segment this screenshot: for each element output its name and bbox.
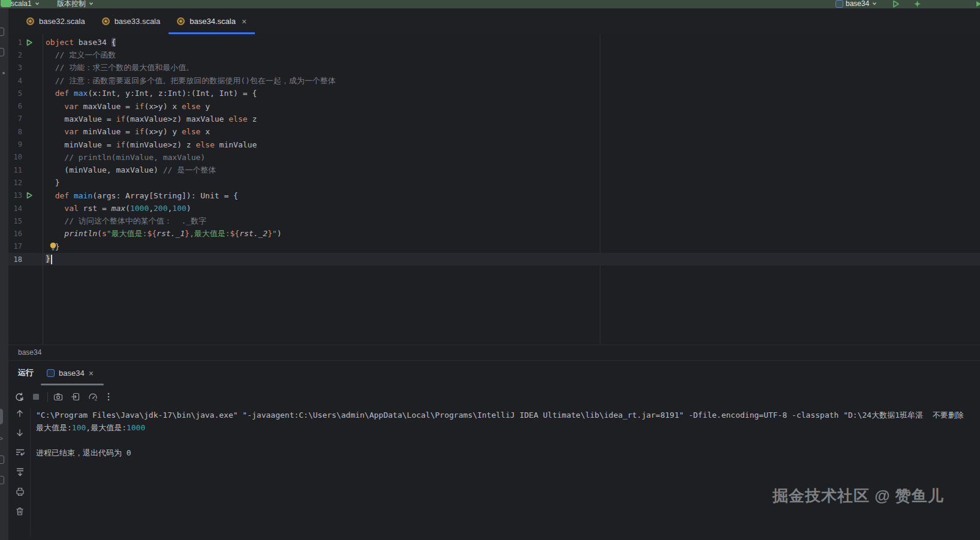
lightbulb-icon[interactable] [49,242,57,251]
stop-button[interactable] [31,392,41,402]
run-tab-underline [41,384,104,385]
prev-occurrence-button[interactable] [15,409,25,418]
console-side-toolbar [11,409,29,516]
title-bar: scala1 版本控制 base34 [0,0,980,8]
problems-tool-icon[interactable] [0,476,4,484]
run-config-icon [47,369,55,377]
project-selector[interactable]: scala1 [11,0,40,8]
text-caret [51,255,52,264]
code-text: } [46,254,52,264]
tab-label: base34.scala [190,17,236,26]
profiler-button[interactable] [913,0,921,8]
structure-tool-icon[interactable] [0,48,4,56]
rerun-button[interactable] [14,392,25,402]
run-config-selector[interactable]: base34 [835,0,877,8]
scala-file-icon [26,17,34,25]
soft-wrap-button[interactable] [15,447,25,457]
console-toolbar [8,387,980,407]
line-number: 3 [8,64,22,72]
code-text: var maxValue = if(x>y) x else y [46,102,210,111]
line-number: 14 [8,204,22,213]
close-icon[interactable]: × [242,17,246,26]
breadcrumb[interactable]: base34 [8,345,980,360]
camera-icon [53,392,63,402]
code-line[interactable]: 1object base34 { [8,36,980,49]
commit-tool-icon[interactable] [0,28,4,36]
code-line[interactable]: 4 // 注意：函数需要返回多个值。把要放回的数据使用()包在一起，成为一个整体 [8,74,980,87]
chevron-down-icon [871,1,877,7]
close-icon[interactable]: × [89,369,94,378]
code-line[interactable]: 7 maxValue = if(maxValue>z) maxValue els… [8,113,980,125]
code-text: println(s"最大值是:${rst._1},最大值是:${rst._2}"… [46,228,282,239]
tool-window-stripe: > [0,8,8,540]
code-line[interactable]: 18} [8,253,980,266]
code-line[interactable]: 3 // 功能：求三个数的最大值和最小值。 [8,62,980,74]
soft-wrap-icon [15,447,25,457]
line-number: 4 [8,77,22,85]
tab-base32[interactable]: base32.scala [18,8,94,34]
run-tab-label: base34 [59,369,85,378]
code-line[interactable]: 14 val rst = max(1000,200,100) [8,202,980,215]
code-line[interactable]: 8 var minValue = if(x>y) y else x [8,125,980,138]
vcs-label: 版本控制 [57,0,86,8]
run-tab-base34[interactable]: base34 × [47,361,94,385]
editor-tab-bar: base32.scala base33.scala base34.scala × [8,8,980,34]
scroll-to-end-button[interactable] [15,467,25,477]
services-tool-icon[interactable] [0,455,4,464]
run-config-name: base34 [846,0,869,8]
run-panel-title: 运行 [18,361,34,385]
more-options-button[interactable] [106,392,111,402]
snapshot-button[interactable] [53,392,63,402]
stop-icon [31,392,41,402]
line-number: 16 [8,230,22,238]
tab-base33[interactable]: base33.scala [94,8,169,34]
code-text: // println(minValue, maxValue) [46,153,205,162]
code-line[interactable]: 11 (minValue, maxValue) // 是一个整体 [8,164,980,176]
run-button[interactable] [892,0,900,8]
printer-icon [15,487,25,497]
breadcrumb-item[interactable]: base34 [18,348,41,357]
dump-threads-button[interactable] [71,392,80,402]
tab-base34[interactable]: base34.scala × [169,8,255,34]
code-line[interactable]: 13 def main(args: Array[String]): Unit =… [8,189,980,202]
console-line: 最大值是:100,最大值是:1000 [36,421,980,434]
arrow-down-icon [15,428,25,438]
code-line[interactable]: 17 } [8,240,980,253]
scala-file-icon [177,17,185,25]
code-line[interactable]: 5 def max(x:Int, y:Int, z:Int):(Int, Int… [8,87,980,99]
code-line[interactable]: 12 } [8,176,980,189]
arrow-into-frame-icon [71,392,80,402]
code-line[interactable]: 15 // 访问这个整体中的某个值： ._数字 [8,215,980,227]
line-number: 12 [8,179,22,187]
code-text: def main(args: Array[String]): Unit = { [46,191,238,200]
code-line[interactable]: 10 // println(minValue, maxValue) [8,151,980,164]
vcs-menu[interactable]: 版本控制 [57,0,94,8]
sparkle-icon [913,0,921,8]
code-line[interactable]: 6 var maxValue = if(x>y) x else y [8,99,980,112]
code-text: // 注意：函数需要返回多个值。把要放回的数据使用()包在一起，成为一个整体 [46,76,336,86]
code-line[interactable]: 16 println(s"最大值是:${rst._1},最大值是:${rst._… [8,227,980,240]
toolbar-separator [47,392,48,402]
terminal-tool-icon[interactable]: > [0,435,3,442]
trash-icon [15,506,25,516]
next-occurrence-button[interactable] [15,428,25,438]
line-number: 11 [8,166,22,174]
console-output[interactable]: "C:\Program Files\Java\jdk-17\bin\java.e… [31,406,980,526]
run-panel-header: 运行 base34 × [8,360,980,387]
console-line: 进程已结束，退出代码为 0 [36,447,980,459]
intention-bulb[interactable] [49,242,57,251]
code-line[interactable]: 9 minValue = if(minValue>z) z else minVa… [8,138,980,150]
print-button[interactable] [15,487,25,497]
console-line: "C:\Program Files\Java\jdk-17\bin\java.e… [36,409,980,421]
more-actions-button[interactable] [975,0,980,8]
clear-button[interactable] [15,506,25,516]
code-editor[interactable]: 1object base34 {2 // 定义一个函数3 // 功能：求三个数的… [8,34,980,345]
line-number: 1 [8,38,22,47]
rerun-icon [14,392,25,402]
line-number: 7 [8,114,22,123]
play-icon [892,0,900,8]
code-line[interactable]: 2 // 定义一个函数 [8,49,980,61]
code-text: object base34 { [46,38,116,47]
cpu-profiler-button[interactable] [88,392,98,402]
line-number: 9 [8,140,22,149]
